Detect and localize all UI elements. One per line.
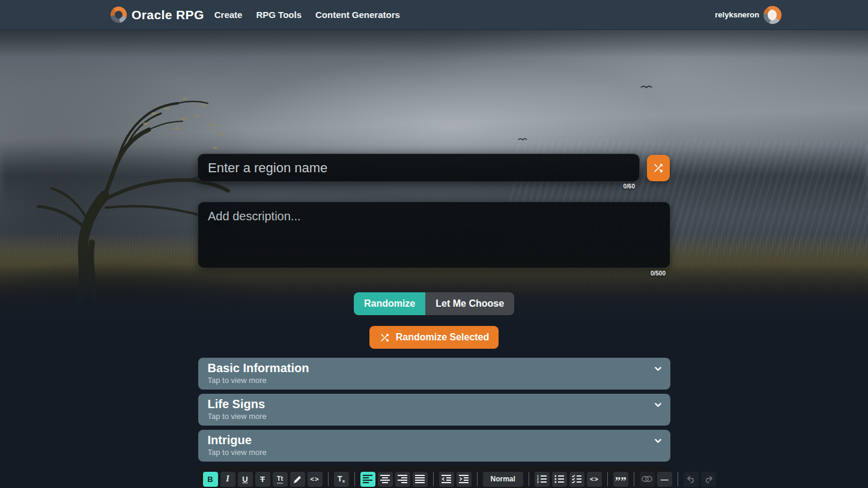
accordion-subtitle: Tap to view more xyxy=(208,412,661,421)
hero-banner: 0/60 0/500 xyxy=(0,30,868,319)
accordion-intrigue[interactable]: Intrigue Tap to view more xyxy=(198,430,670,462)
nav-links: Create RPG Tools Content Generators xyxy=(214,10,400,20)
toolbar-align-center-button[interactable] xyxy=(378,472,393,487)
toolbar-separator xyxy=(607,472,608,486)
toolbar-align-justify-button[interactable] xyxy=(413,472,428,487)
chevron-down-icon xyxy=(653,364,663,374)
description-input[interactable] xyxy=(198,202,670,268)
toolbar-code-block-button[interactable]: <> xyxy=(587,472,602,487)
accordion-subtitle: Tap to view more xyxy=(208,448,661,457)
accordion-basic-information[interactable]: Basic Information Tap to view more xyxy=(198,358,670,390)
toolbar-undo-button[interactable] xyxy=(684,472,699,487)
description-counter: 0/500 xyxy=(198,270,666,277)
svg-text:3: 3 xyxy=(537,480,539,483)
toolbar-bullet-list-button[interactable] xyxy=(552,472,567,487)
toolbar-inline-code-button[interactable]: <> xyxy=(308,472,323,487)
toolbar-blockquote-button[interactable]: ”” xyxy=(613,472,628,487)
let-me-choose-tab[interactable]: Let Me Choose xyxy=(425,292,514,315)
toolbar-horizontal-rule-button[interactable]: — xyxy=(657,472,672,487)
chevron-down-icon xyxy=(653,400,663,410)
accordion-subtitle: Tap to view more xyxy=(208,376,661,385)
avatar[interactable] xyxy=(763,6,782,24)
accordion-list: Basic Information Tap to view more Life … xyxy=(198,358,670,462)
editor-toolbar: BIUTTt<>TxNormal123<>””— xyxy=(198,466,670,488)
accordion-life-signs[interactable]: Life Signs Tap to view more xyxy=(198,394,670,426)
brand-name: Oracle RPG xyxy=(132,8,204,22)
brand[interactable]: Oracle RPG xyxy=(111,7,204,23)
toolbar-separator xyxy=(354,472,355,486)
toolbar-font-size-button[interactable]: Tt xyxy=(273,472,288,487)
mode-toggle: Randomize Let Me Choose xyxy=(0,292,868,315)
chevron-down-icon xyxy=(653,436,663,446)
toolbar-outdent-button[interactable] xyxy=(439,472,454,487)
page: Oracle RPG Create RPG Tools Content Gene… xyxy=(0,0,868,488)
nav-link-rpg-tools[interactable]: RPG Tools xyxy=(256,10,302,20)
navbar: Oracle RPG Create RPG Tools Content Gene… xyxy=(0,0,868,30)
toolbar-separator xyxy=(634,472,634,486)
toolbar-clear-formatting-button[interactable]: Tx xyxy=(334,472,349,487)
shuffle-icon xyxy=(652,162,664,174)
toolbar-align-right-button[interactable] xyxy=(395,472,410,487)
randomize-selected-row: Randomize Selected xyxy=(0,326,868,349)
randomize-selected-label: Randomize Selected xyxy=(396,332,490,343)
toolbar-redo-button[interactable] xyxy=(701,472,716,487)
toolbar-separator xyxy=(477,472,478,486)
toolbar-link-button[interactable] xyxy=(640,472,655,487)
randomize-selected-button[interactable]: Randomize Selected xyxy=(369,326,499,349)
toolbar-separator xyxy=(529,472,529,486)
region-name-counter: 0/60 xyxy=(198,183,635,190)
toolbar-align-left-button[interactable] xyxy=(360,472,375,487)
toolbar-separator xyxy=(433,472,434,486)
toolbar-italic-button[interactable]: I xyxy=(220,472,235,487)
user-menu[interactable]: relyksneron xyxy=(715,6,782,24)
toolbar-check-list-button[interactable] xyxy=(569,472,584,487)
toolbar-bold-button[interactable]: B xyxy=(203,472,218,487)
region-form: 0/60 0/500 xyxy=(198,30,670,319)
toolbar-separator xyxy=(678,472,678,486)
toolbar-strikethrough-button[interactable]: T xyxy=(255,472,270,487)
randomize-name-button[interactable] xyxy=(647,155,670,181)
toolbar-highlight-pen-button[interactable] xyxy=(290,472,305,487)
accordion-title: Basic Information xyxy=(208,361,661,376)
shuffle-icon xyxy=(379,332,390,343)
region-name-input[interactable] xyxy=(198,154,640,182)
toolbar-separator xyxy=(328,472,329,486)
toolbar-paragraph-style-button[interactable]: Normal xyxy=(483,472,523,487)
toolbar-ordered-list-button[interactable]: 123 xyxy=(535,472,550,487)
oracle-rpg-logo-icon xyxy=(111,7,127,23)
toolbar-indent-button[interactable] xyxy=(457,472,472,487)
accordion-title: Intrigue xyxy=(208,433,661,448)
toolbar-underline-button[interactable]: U xyxy=(238,472,253,487)
nav-link-content-generators[interactable]: Content Generators xyxy=(315,10,400,20)
randomize-tab[interactable]: Randomize xyxy=(354,292,425,315)
username: relyksneron xyxy=(715,10,759,19)
nav-link-create[interactable]: Create xyxy=(214,10,243,20)
accordion-title: Life Signs xyxy=(208,397,661,412)
